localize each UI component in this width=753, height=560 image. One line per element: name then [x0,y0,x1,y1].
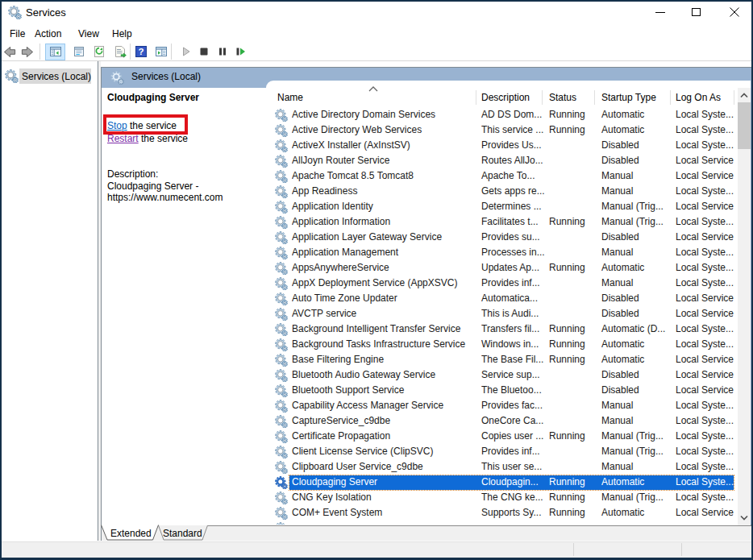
svg-text:?: ? [138,47,144,56]
